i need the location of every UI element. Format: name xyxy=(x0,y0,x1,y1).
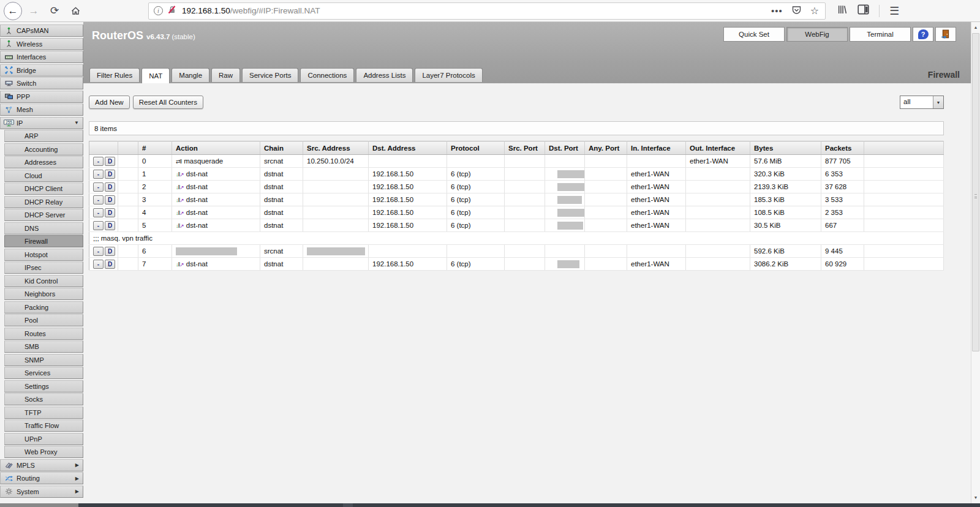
column-header-dst-address[interactable]: Dst. Address xyxy=(369,141,447,155)
column-header-protocol[interactable]: Protocol xyxy=(447,141,505,155)
chevron-right-icon[interactable]: ▶ xyxy=(75,476,79,481)
remove-rule-button[interactable]: - xyxy=(93,221,104,230)
page-actions-icon[interactable]: ••• xyxy=(771,6,783,16)
table-row[interactable]: -D3↓‖↗dst-natdstnat192.168.1.506 (tcp)et… xyxy=(89,193,944,206)
remove-rule-button[interactable]: - xyxy=(93,195,104,205)
scroll-down-icon[interactable]: ▼ xyxy=(971,492,980,502)
sidebar-item-system[interactable]: System▶ xyxy=(0,486,83,498)
chevron-right-icon[interactable]: ▶ xyxy=(75,462,79,468)
sidebar-item-wireless[interactable]: Wireless xyxy=(0,38,83,50)
tab-address-lists[interactable]: Address Lists xyxy=(356,68,413,82)
tab-layer7-protocols[interactable]: Layer7 Protocols xyxy=(415,68,482,82)
table-row[interactable]: -D5↓‖↗dst-natdstnat192.168.1.506 (tcp)et… xyxy=(89,219,944,232)
sidebar-item-dhcp-client[interactable]: DHCP Client xyxy=(4,182,83,195)
sidebar-item-switch[interactable]: Switch xyxy=(0,77,83,89)
sidebar-item-ppp[interactable]: PPP xyxy=(0,91,83,103)
sidebar-item-addresses[interactable]: Addresses xyxy=(4,156,83,168)
remove-rule-button[interactable]: - xyxy=(93,182,104,192)
add-new-button[interactable]: Add New xyxy=(89,96,130,109)
help-button[interactable]: ? xyxy=(913,27,933,42)
reload-button[interactable]: ⟳ xyxy=(45,2,64,20)
sidebar-item-capsman[interactable]: CAPsMAN xyxy=(0,24,83,37)
tab-mangle[interactable]: Mangle xyxy=(172,68,209,82)
table-row[interactable]: -D1↓‖↗dst-natdstnat192.168.1.506 (tcp)et… xyxy=(89,168,944,181)
remove-rule-button[interactable]: - xyxy=(93,157,104,166)
column-header-any-port[interactable]: Any. Port xyxy=(585,141,627,155)
webfig-button[interactable]: WebFig xyxy=(786,27,848,42)
column-header-packets[interactable]: Packets xyxy=(821,141,864,155)
sidebar-item-services[interactable]: Services xyxy=(4,367,83,379)
scrollbar-thumb[interactable] xyxy=(972,33,979,351)
disable-rule-button[interactable]: D xyxy=(105,170,115,179)
disable-rule-button[interactable]: D xyxy=(105,195,115,205)
url-text[interactable]: 192.168.1.50/webfig/#IP:Firewall.NAT xyxy=(182,6,771,15)
sidebar-item-pool[interactable]: Pool xyxy=(4,314,83,326)
table-row[interactable]: -D7↓‖↗dst-natdstnat192.168.1.506 (tcp)et… xyxy=(89,258,944,271)
tab-nat[interactable]: NAT xyxy=(141,68,170,83)
sidebar-item-bridge[interactable]: Bridge xyxy=(0,64,83,77)
reset-all-counters-button[interactable]: Reset All Counters xyxy=(133,96,203,109)
back-button[interactable]: ← xyxy=(4,2,22,20)
sidebar-item-kid-control[interactable]: Kid Control xyxy=(4,275,83,287)
column-header-action[interactable]: Action xyxy=(172,141,260,155)
sidebar-item-routing[interactable]: Routing▶ xyxy=(0,472,83,484)
sidebar-item-upnp[interactable]: UPnP xyxy=(4,433,83,445)
sidebar-item-mpls[interactable]: MPLS▶ xyxy=(0,459,83,471)
sidebar-item-mesh[interactable]: Mesh xyxy=(0,103,83,116)
page-info-icon[interactable]: i xyxy=(154,6,163,15)
sidebar-item-interfaces[interactable]: Interfaces xyxy=(0,51,83,63)
chevron-down-icon[interactable]: ▼ xyxy=(933,96,943,108)
page-scrollbar[interactable]: ▲ ▼ xyxy=(971,22,980,503)
remove-rule-button[interactable]: - xyxy=(93,260,104,269)
filter-dropdown[interactable]: all ▼ xyxy=(900,96,944,109)
sidebar-item-neighbors[interactable]: Neighbors xyxy=(4,288,83,300)
sidebar-item-smb[interactable]: SMB xyxy=(4,340,83,353)
column-header-src-address[interactable]: Src. Address xyxy=(303,141,369,155)
disable-rule-button[interactable]: D xyxy=(105,208,115,217)
sidebar-item-accounting[interactable]: Accounting xyxy=(4,143,83,156)
table-row[interactable]: -D0⇄‖masqueradesrcnat10.250.10.0/24ether… xyxy=(89,155,944,168)
disable-rule-button[interactable]: D xyxy=(105,247,115,256)
table-row[interactable]: -D6srcnat592.6 KiB9 445 xyxy=(89,245,944,258)
remove-rule-button[interactable]: - xyxy=(93,170,104,179)
disable-rule-button[interactable]: D xyxy=(105,221,115,230)
sidebar-item-firewall[interactable]: Firewall xyxy=(4,235,83,247)
tab-filter-rules[interactable]: Filter Rules xyxy=(89,68,140,82)
sidebar-item-ipsec[interactable]: IPsec xyxy=(4,261,83,274)
scroll-up-icon[interactable]: ▲ xyxy=(971,22,980,32)
remove-rule-button[interactable]: - xyxy=(93,208,104,217)
disable-rule-button[interactable]: D xyxy=(105,157,115,166)
logout-button[interactable] xyxy=(935,27,956,42)
column-header-chain[interactable]: Chain xyxy=(260,141,303,155)
sidebar-item-ip[interactable]: 255IP▼ xyxy=(0,117,83,129)
sidebar-item-dns[interactable]: DNS xyxy=(4,222,83,235)
tab-raw[interactable]: Raw xyxy=(211,68,240,82)
sidebar-item-packing[interactable]: Packing xyxy=(4,301,83,314)
table-row[interactable]: -D2↓‖↗dst-natdstnat192.168.1.506 (tcp)et… xyxy=(89,181,944,193)
sidebar-item-cloud[interactable]: Cloud xyxy=(4,170,83,182)
tab-connections[interactable]: Connections xyxy=(300,68,354,82)
chevron-right-icon[interactable]: ▶ xyxy=(75,489,79,494)
library-icon[interactable] xyxy=(837,4,848,17)
disable-rule-button[interactable]: D xyxy=(105,182,115,192)
sidebar-item-traffic-flow[interactable]: Traffic Flow xyxy=(4,419,83,432)
column-header-[interactable]: # xyxy=(138,141,172,155)
sidebar-item-settings[interactable]: Settings xyxy=(4,380,83,392)
remove-rule-button[interactable]: - xyxy=(93,247,104,256)
url-bar[interactable]: i 192.168.1.50/webfig/#IP:Firewall.NAT •… xyxy=(148,2,826,20)
home-button[interactable] xyxy=(66,2,85,20)
sidebar-item-routes[interactable]: Routes xyxy=(4,328,83,340)
pocket-icon[interactable] xyxy=(791,5,802,17)
disable-rule-button[interactable]: D xyxy=(105,260,115,269)
sidebar-item-hotspot[interactable]: Hotspot xyxy=(4,249,83,261)
sidebar-item-web-proxy[interactable]: Web Proxy xyxy=(4,446,83,458)
column-header-out-interface[interactable]: Out. Interface xyxy=(686,141,750,155)
sidebar-item-dhcp-server[interactable]: DHCP Server xyxy=(4,209,83,221)
column-header-src-port[interactable]: Src. Port xyxy=(505,141,545,155)
sidebar-item-socks[interactable]: Socks xyxy=(4,393,83,405)
insecure-connection-icon[interactable] xyxy=(168,6,176,17)
table-row[interactable]: -D4↓‖↗dst-natdstnat192.168.1.506 (tcp)et… xyxy=(89,206,944,219)
column-header-in-interface[interactable]: In. Interface xyxy=(627,141,686,155)
quick-set-button[interactable]: Quick Set xyxy=(723,27,785,42)
sidebar-item-tftp[interactable]: TFTP xyxy=(4,407,83,419)
